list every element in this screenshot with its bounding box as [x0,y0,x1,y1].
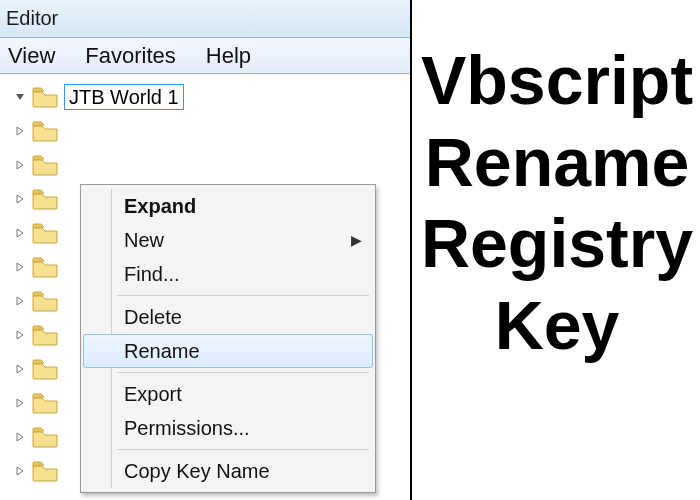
context-menu-export[interactable]: Export [83,377,373,411]
folder-icon [32,324,58,346]
expander-collapsed-icon[interactable] [12,327,28,343]
expander-collapsed-icon[interactable] [12,157,28,173]
menu-bar: View Favorites Help [0,38,410,74]
expander-collapsed-icon[interactable] [12,191,28,207]
folder-icon [32,256,58,278]
folder-icon [32,154,58,176]
folder-icon [32,120,58,142]
rename-key-input[interactable]: JTB World 1 [64,84,184,110]
context-menu-rename[interactable]: Rename [83,334,373,368]
window-title: Editor [6,7,58,30]
headline-line-1: Vbscript [420,40,694,122]
expander-collapsed-icon[interactable] [12,259,28,275]
registry-editor-window: Editor View Favorites Help JTB World 1 [0,0,412,500]
context-menu-copy-key-name[interactable]: Copy Key Name [83,454,373,488]
folder-icon [32,86,58,108]
key-tree: JTB World 1 Expand New ▶ Find. [0,74,410,488]
headline: Vbscript Rename Registry Key [420,40,694,366]
context-menu-new[interactable]: New ▶ [83,223,373,257]
folder-icon [32,460,58,482]
context-menu-expand[interactable]: Expand [83,189,373,223]
tree-row[interactable] [2,148,410,182]
tree-row[interactable] [2,114,410,148]
folder-icon [32,426,58,448]
context-menu-new-label: New [124,229,164,252]
headline-line-4: Key [420,285,694,367]
expander-collapsed-icon[interactable] [12,293,28,309]
menu-favorites[interactable]: Favorites [85,43,175,69]
folder-icon [32,188,58,210]
folder-icon [32,392,58,414]
menu-help[interactable]: Help [206,43,251,69]
context-menu-find[interactable]: Find... [83,257,373,291]
headline-line-3: Registry [420,203,694,285]
expander-collapsed-icon[interactable] [12,123,28,139]
folder-icon [32,222,58,244]
window-titlebar[interactable]: Editor [0,0,410,38]
menu-view[interactable]: View [8,43,55,69]
expander-collapsed-icon[interactable] [12,429,28,445]
tree-row-selected[interactable]: JTB World 1 [2,80,410,114]
expander-collapsed-icon[interactable] [12,225,28,241]
submenu-arrow-icon: ▶ [351,232,362,248]
context-menu-permissions[interactable]: Permissions... [83,411,373,445]
expander-collapsed-icon[interactable] [12,395,28,411]
folder-icon [32,358,58,380]
context-menu-separator [117,372,369,373]
context-menu-delete[interactable]: Delete [83,300,373,334]
expander-open-icon[interactable] [12,89,28,105]
headline-line-2: Rename [420,122,694,204]
context-menu: Expand New ▶ Find... Delete Rename Expor… [80,184,376,493]
expander-collapsed-icon[interactable] [12,463,28,479]
context-menu-separator [117,295,369,296]
folder-icon [32,290,58,312]
context-menu-separator [117,449,369,450]
expander-collapsed-icon[interactable] [12,361,28,377]
